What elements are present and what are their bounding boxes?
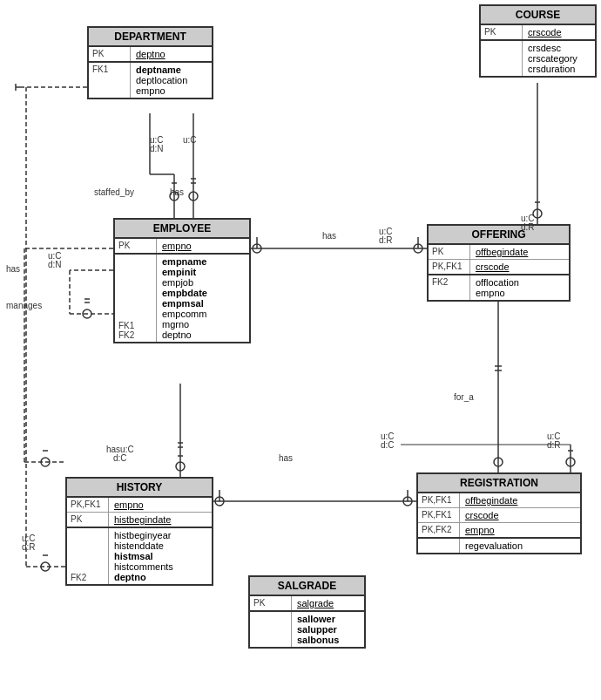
emp-empname: empname <box>162 256 244 267</box>
emp-empno: empno <box>162 241 244 251</box>
label-dc-hist: d:C <box>381 440 395 450</box>
svg-point-22 <box>253 244 261 253</box>
employee-title: EMPLOYEE <box>115 220 249 239</box>
course-crscategory: crscategory <box>528 53 590 64</box>
svg-point-6 <box>189 192 198 200</box>
reg-pkfk1b-label: PK,FK1 <box>418 508 460 522</box>
sal-pk-label: PK <box>250 596 292 610</box>
emp-empbdate: empbdate <box>162 288 244 298</box>
registration-title: REGISTRATION <box>418 474 580 493</box>
label-dn-dept: d:N <box>150 144 164 153</box>
dept-pk-label: PK <box>89 47 131 61</box>
hist-histmsal: histmsal <box>114 551 206 561</box>
dept-fk1: FK1 <box>89 63 131 98</box>
course-entity: COURSE PK crscode crsdesc crscategory cr… <box>479 4 597 78</box>
svg-point-44 <box>215 497 224 506</box>
off-fk2-label: FK2 <box>429 275 470 300</box>
hist-empno: empno <box>114 500 206 510</box>
emp-empmsal: empmsal <box>162 298 244 309</box>
sal-salgrade: salgrade <box>297 598 359 608</box>
sal-fk-empty <box>250 612 292 647</box>
emp-mgrno: mgrno <box>162 319 244 330</box>
hist-pkfk1-label: PK,FK1 <box>67 498 109 512</box>
course-pk-label: PK <box>481 25 523 39</box>
course-crscode: crscode <box>528 27 590 37</box>
offering-entity: OFFERING PK offbegindate PK,FK1 crscode … <box>427 224 571 302</box>
reg-fk-empty <box>418 539 460 553</box>
salgrade-title: SALGRADE <box>250 577 364 596</box>
course-crsdesc: crsdesc <box>528 43 590 53</box>
salgrade-entity: SALGRADE PK salgrade sallower salupper s… <box>248 575 366 649</box>
hist-histbegindate: histbegindate <box>114 514 206 525</box>
emp-deptno: deptno <box>162 330 244 340</box>
svg-point-32 <box>494 458 503 466</box>
svg-point-46 <box>403 497 412 506</box>
dept-deptno: deptno <box>136 49 206 59</box>
reg-empno: empno <box>465 525 575 535</box>
hist-histcomments: histcomments <box>114 561 206 572</box>
label-has-hist-reg: has <box>279 453 293 463</box>
erd-diagram: COURSE PK crscode crsdesc crscategory cr… <box>0 0 601 700</box>
department-title: DEPARTMENT <box>89 28 212 47</box>
sal-sallower: sallower <box>297 614 359 624</box>
department-entity: DEPARTMENT PK deptno FK1 deptname deptlo… <box>87 26 213 99</box>
label-uc-has2: u:C <box>183 135 197 145</box>
label-dr-reg-right: d:R <box>547 440 561 450</box>
hist-deptno: deptno <box>114 572 206 582</box>
off-pkfk1-label: PK,FK1 <box>429 260 470 274</box>
emp-fk2: FK2 <box>118 330 152 340</box>
label-dn-left: d:N <box>48 260 62 269</box>
history-title: HISTORY <box>67 479 212 498</box>
hist-histbeginyear: histbeginyear <box>114 530 206 540</box>
svg-point-13 <box>83 309 91 318</box>
label-dr-course: d:R <box>521 222 535 232</box>
emp-pk-label: PK <box>115 239 157 253</box>
emp-fk1: FK1 <box>118 321 152 330</box>
off-pk-label: PK <box>429 245 470 259</box>
sal-salupper: salupper <box>297 624 359 635</box>
emp-empcomm: empcomm <box>162 309 244 319</box>
reg-regevaluation: regevaluation <box>465 540 575 551</box>
hist-pk-label: PK <box>67 513 109 527</box>
label-dr-emp-off: d:R <box>379 235 393 245</box>
label-has-dept: has <box>170 187 184 197</box>
offering-title: OFFERING <box>429 226 569 245</box>
sal-salbonus: salbonus <box>297 635 359 645</box>
registration-entity: REGISTRATION PK,FK1 offbegindate PK,FK1 … <box>416 472 582 554</box>
off-crscode: crscode <box>476 262 564 272</box>
hist-fk2-label: FK2 <box>67 528 109 584</box>
dept-deptname: deptname <box>136 65 206 75</box>
reg-offbegindate: offbegindate <box>465 495 575 506</box>
off-offbegindate: offbegindate <box>476 247 564 257</box>
label-staffed-by: staffed_by <box>94 187 134 197</box>
label-dr-dept-hist: d:R <box>22 542 36 552</box>
label-dc-emp: d:C <box>113 453 127 463</box>
dept-deptlocation: deptlocation <box>136 75 206 85</box>
course-title: COURSE <box>481 6 595 25</box>
emp-empinit: empinit <box>162 267 244 277</box>
hist-histenddate: histenddate <box>114 540 206 551</box>
label-for-a: for_a <box>454 392 474 402</box>
label-has-emp-off: has <box>322 231 336 241</box>
reg-pkfk1a-label: PK,FK1 <box>418 493 460 507</box>
svg-point-53 <box>41 562 50 571</box>
svg-point-19 <box>41 458 50 466</box>
off-offlocation: offlocation <box>476 277 564 288</box>
reg-crscode: crscode <box>465 510 575 520</box>
svg-point-39 <box>176 462 185 471</box>
label-manages: manages <box>6 301 42 310</box>
emp-empjob: empjob <box>162 277 244 288</box>
history-entity: HISTORY PK,FK1 empno PK histbegindate FK… <box>65 477 213 586</box>
label-has-left: has <box>6 264 20 274</box>
svg-point-24 <box>414 244 422 253</box>
reg-pkfk2-label: PK,FK2 <box>418 523 460 537</box>
employee-entity: EMPLOYEE PK empno FK1 FK2 empname empini… <box>113 218 251 343</box>
course-crsduration: crsduration <box>528 64 590 74</box>
course-fk-empty <box>481 41 523 76</box>
svg-point-36 <box>566 458 575 466</box>
off-empno: empno <box>476 288 564 298</box>
dept-empno: empno <box>136 85 206 96</box>
